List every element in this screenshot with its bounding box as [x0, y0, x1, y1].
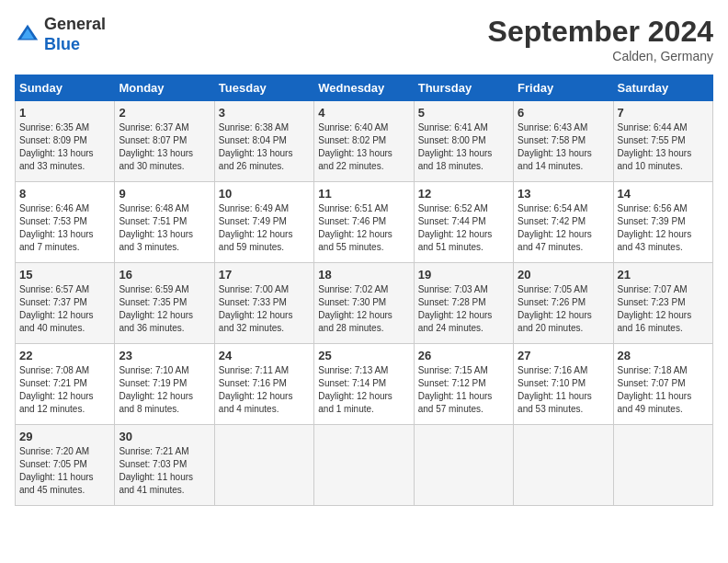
- empty-cell-3: [414, 425, 513, 506]
- day-16: 16 Sunrise: 6:59 AMSunset: 7:35 PMDaylig…: [115, 263, 214, 344]
- empty-cell-4: [514, 425, 613, 506]
- day-8: 8 Sunrise: 6:46 AMSunset: 7:53 PMDayligh…: [16, 182, 115, 263]
- day-17: 17 Sunrise: 7:00 AMSunset: 7:33 PMDaylig…: [214, 263, 313, 344]
- day-29: 29 Sunrise: 7:20 AMSunset: 7:05 PMDaylig…: [16, 425, 115, 506]
- day-2: 2 Sunrise: 6:37 AMSunset: 8:07 PMDayligh…: [115, 101, 214, 182]
- week-row-1: 1 Sunrise: 6:35 AMSunset: 8:09 PMDayligh…: [16, 101, 713, 182]
- day-14: 14 Sunrise: 6:56 AMSunset: 7:39 PMDaylig…: [613, 182, 712, 263]
- day-28: 28 Sunrise: 7:18 AMSunset: 7:07 PMDaylig…: [613, 344, 712, 425]
- day-4: 4 Sunrise: 6:40 AMSunset: 8:02 PMDayligh…: [314, 101, 414, 182]
- empty-cell-1: [214, 425, 313, 506]
- logo-general: General: [44, 15, 106, 33]
- col-thursday: Thursday: [414, 75, 513, 101]
- page-header: General Blue September 2024 Calden, Germ…: [15, 15, 713, 63]
- col-sunday: Sunday: [16, 75, 115, 101]
- month-title: September 2024: [488, 15, 713, 49]
- col-saturday: Saturday: [613, 75, 712, 101]
- col-monday: Monday: [115, 75, 214, 101]
- logo-icon: [15, 22, 40, 48]
- day-30: 30 Sunrise: 7:21 AMSunset: 7:03 PMDaylig…: [115, 425, 214, 506]
- day-19: 19 Sunrise: 7:03 AMSunset: 7:28 PMDaylig…: [414, 263, 513, 344]
- day-27: 27 Sunrise: 7:16 AMSunset: 7:10 PMDaylig…: [514, 344, 613, 425]
- day-25: 25 Sunrise: 7:13 AMSunset: 7:14 PMDaylig…: [314, 344, 414, 425]
- day-21: 21 Sunrise: 7:07 AMSunset: 7:23 PMDaylig…: [613, 263, 712, 344]
- logo: General Blue: [15, 15, 106, 54]
- day-18: 18 Sunrise: 7:02 AMSunset: 7:30 PMDaylig…: [314, 263, 414, 344]
- day-15: 15 Sunrise: 6:57 AMSunset: 7:37 PMDaylig…: [16, 263, 115, 344]
- col-tuesday: Tuesday: [214, 75, 313, 101]
- empty-cell-5: [613, 425, 712, 506]
- location: Calden, Germany: [488, 49, 713, 63]
- day-1: 1 Sunrise: 6:35 AMSunset: 8:09 PMDayligh…: [16, 101, 115, 182]
- week-row-4: 22 Sunrise: 7:08 AMSunset: 7:21 PMDaylig…: [16, 344, 713, 425]
- day-20: 20 Sunrise: 7:05 AMSunset: 7:26 PMDaylig…: [514, 263, 613, 344]
- week-row-5: 29 Sunrise: 7:20 AMSunset: 7:05 PMDaylig…: [16, 425, 713, 506]
- day-13: 13 Sunrise: 6:54 AMSunset: 7:42 PMDaylig…: [514, 182, 613, 263]
- day-9: 9 Sunrise: 6:48 AMSunset: 7:51 PMDayligh…: [115, 182, 214, 263]
- day-24: 24 Sunrise: 7:11 AMSunset: 7:16 PMDaylig…: [214, 344, 313, 425]
- day-11: 11 Sunrise: 6:51 AMSunset: 7:46 PMDaylig…: [314, 182, 414, 263]
- col-wednesday: Wednesday: [314, 75, 414, 101]
- day-26: 26 Sunrise: 7:15 AMSunset: 7:12 PMDaylig…: [414, 344, 513, 425]
- title-block: September 2024 Calden, Germany: [488, 15, 713, 63]
- logo-text: General Blue: [44, 15, 106, 54]
- day-23: 23 Sunrise: 7:10 AMSunset: 7:19 PMDaylig…: [115, 344, 214, 425]
- header-row: Sunday Monday Tuesday Wednesday Thursday…: [16, 75, 713, 101]
- week-row-2: 8 Sunrise: 6:46 AMSunset: 7:53 PMDayligh…: [16, 182, 713, 263]
- day-3: 3 Sunrise: 6:38 AMSunset: 8:04 PMDayligh…: [214, 101, 313, 182]
- col-friday: Friday: [514, 75, 613, 101]
- calendar-table: Sunday Monday Tuesday Wednesday Thursday…: [15, 75, 713, 506]
- day-7: 7 Sunrise: 6:44 AMSunset: 7:55 PMDayligh…: [613, 101, 712, 182]
- day-10: 10 Sunrise: 6:49 AMSunset: 7:49 PMDaylig…: [214, 182, 313, 263]
- day-22: 22 Sunrise: 7:08 AMSunset: 7:21 PMDaylig…: [16, 344, 115, 425]
- day-6: 6 Sunrise: 6:43 AMSunset: 7:58 PMDayligh…: [514, 101, 613, 182]
- logo-blue: Blue: [44, 35, 80, 53]
- day-12: 12 Sunrise: 6:52 AMSunset: 7:44 PMDaylig…: [414, 182, 513, 263]
- week-row-3: 15 Sunrise: 6:57 AMSunset: 7:37 PMDaylig…: [16, 263, 713, 344]
- empty-cell-2: [314, 425, 414, 506]
- day-5: 5 Sunrise: 6:41 AMSunset: 8:00 PMDayligh…: [414, 101, 513, 182]
